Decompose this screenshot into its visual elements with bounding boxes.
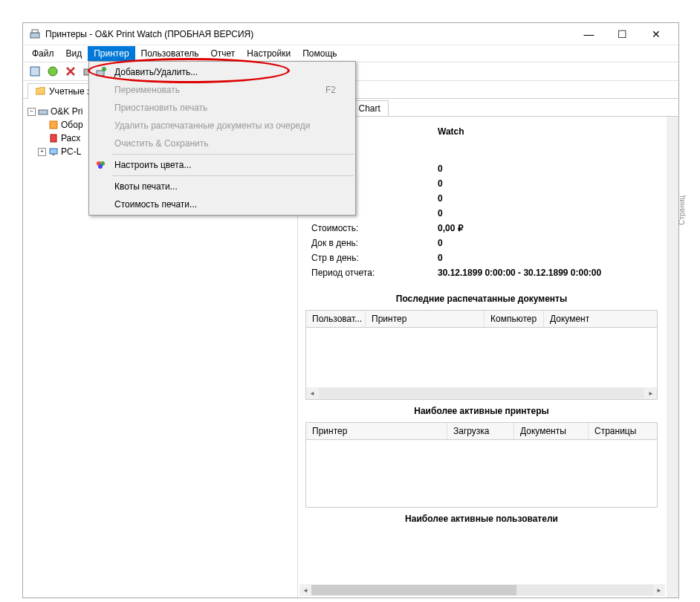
col-printer[interactable]: Принтер [366, 311, 485, 327]
svg-rect-1 [32, 30, 38, 33]
vertical-scrollbar[interactable] [667, 117, 678, 598]
section-title-recent: Последние распечатанные документы [298, 288, 665, 310]
menu-label: Приостановить печать [114, 103, 336, 113]
menu-colors[interactable]: Настроить цвета... [91, 156, 354, 174]
summary-label-cost: Стоимость: [311, 223, 438, 233]
scroll-left-icon[interactable]: ◄ [299, 584, 311, 596]
close-button[interactable]: ✕ [639, 24, 673, 45]
menu-shortcut: F2 [325, 85, 336, 95]
app-icon [29, 28, 41, 40]
scroll-thumb[interactable] [311, 585, 516, 595]
pc-icon [48, 146, 59, 157]
collapse-icon[interactable]: − [27, 108, 36, 116]
grid-header: Пользоват... Принтер Компьютер Документ [306, 311, 657, 328]
col-docs[interactable]: Документы [514, 423, 589, 439]
summary-value: 0 [438, 253, 443, 263]
summary-value: 0,00 ₽ [438, 223, 464, 233]
section-title-printers: Наиболее активные принтеры [298, 400, 665, 422]
menu-settings[interactable]: Настройки [241, 46, 296, 61]
minimize-button[interactable]: — [572, 24, 606, 45]
menu-label: Стоимость печати... [114, 199, 336, 210]
menu-view[interactable]: Вид [60, 46, 88, 61]
tree-label: PC-L [61, 146, 81, 157]
toolbar-btn-1[interactable] [27, 64, 42, 79]
blank-icon [94, 118, 108, 133]
menu-pause[interactable]: Приостановить печать [91, 99, 354, 117]
summary-value: 0 [438, 178, 443, 189]
equipment-icon [48, 120, 59, 130]
svg-rect-6 [50, 121, 57, 129]
col-pages[interactable]: Страницы [589, 423, 657, 439]
summary-label-docperday: Док в день: [311, 238, 438, 248]
menu-help[interactable]: Помощь [296, 46, 343, 61]
window-controls: — ☐ ✕ [572, 24, 673, 45]
summary-value: 0 [438, 164, 443, 174]
tree-root-label: O&K Pri [51, 106, 82, 117]
menu-label: Удалить распечатанные документы из очере… [114, 120, 336, 131]
add-remove-icon [94, 65, 108, 80]
col-load[interactable]: Загрузка [447, 423, 514, 439]
tree-label: Обор [61, 120, 83, 130]
menu-separator [111, 175, 354, 176]
blank-icon [94, 136, 108, 151]
svg-rect-0 [30, 33, 39, 38]
menu-cost[interactable]: Стоимость печати... [91, 195, 354, 213]
expand-icon[interactable]: + [38, 148, 46, 156]
blank-icon [94, 82, 108, 97]
menu-rename[interactable]: Переименовать F2 [91, 81, 354, 99]
menu-label: Добавить/Удалить... [114, 67, 336, 77]
summary-label-period: Период отчета: [311, 268, 438, 278]
toolbar-btn-3[interactable] [63, 64, 78, 79]
menu-file[interactable]: Файл [26, 46, 60, 61]
summary-value: 0 [438, 193, 443, 204]
summary-label-pageperday: Стр в день: [311, 253, 438, 263]
svg-rect-10 [97, 71, 104, 76]
summary-value: 0 [438, 208, 443, 219]
grid-active-printers: Принтер Загрузка Документы Страницы [305, 422, 658, 508]
menu-delete-printed[interactable]: Удалить распечатанные документы из очере… [91, 117, 354, 135]
tree-label: Расх [61, 133, 80, 143]
menubar: Файл Вид Принтер Пользователь Отчет Наст… [23, 45, 678, 62]
scroll-left-icon[interactable]: ◄ [306, 387, 318, 399]
menu-printer[interactable]: Принтер [88, 46, 135, 61]
bottom-hscroll[interactable]: ◄ ► [299, 584, 665, 596]
summary-value: 0 [438, 238, 443, 248]
menu-label: Квоты печати... [114, 181, 336, 192]
blank-icon [94, 197, 108, 212]
titlebar: Принтеры - O&K Print Watch (ПРОБНАЯ ВЕРС… [23, 23, 678, 45]
menu-label: Настроить цвета... [114, 160, 336, 170]
svg-point-14 [98, 164, 103, 169]
col-printer[interactable]: Принтер [306, 423, 447, 439]
grid-body [306, 440, 657, 507]
menu-quotas[interactable]: Квоты печати... [91, 178, 354, 195]
svg-point-3 [48, 67, 57, 76]
section-title-users: Наиболее активные пользователи [298, 508, 665, 530]
supplies-icon [48, 133, 59, 143]
scroll-right-icon[interactable]: ► [653, 584, 665, 596]
scroll-right-icon[interactable]: ► [645, 387, 657, 399]
col-computer[interactable]: Компьютер [485, 311, 544, 327]
scroll-track[interactable] [311, 585, 653, 595]
col-document[interactable]: Документ [544, 311, 657, 327]
folder-icon [36, 87, 46, 96]
vscroll-label: Страниц [678, 195, 686, 225]
svg-rect-9 [52, 154, 55, 155]
menu-user[interactable]: Пользователь [135, 46, 205, 61]
maximize-button[interactable]: ☐ [606, 24, 639, 45]
col-user[interactable]: Пользоват... [306, 311, 366, 327]
svg-rect-7 [51, 135, 56, 142]
scroll-track[interactable] [319, 388, 644, 398]
menu-report[interactable]: Отчет [204, 46, 241, 61]
colors-icon [94, 158, 108, 172]
grid-hscroll[interactable]: ◄ ► [306, 387, 657, 399]
summary-value: 30.12.1899 0:00:00 - 30.12.1899 0:00:00 [438, 268, 601, 278]
menu-add-remove[interactable]: Добавить/Удалить... [91, 63, 354, 81]
svg-point-11 [102, 67, 106, 71]
toolbar-btn-2[interactable] [45, 64, 60, 79]
menu-clear-save[interactable]: Очистить & Сохранить [91, 135, 354, 152]
menu-separator [111, 154, 354, 155]
svg-rect-8 [50, 149, 57, 154]
window-title: Принтеры - O&K Print Watch (ПРОБНАЯ ВЕРС… [45, 29, 572, 39]
caption-partial: Watch [438, 126, 464, 137]
subtab-chart[interactable]: Chart [351, 100, 389, 116]
